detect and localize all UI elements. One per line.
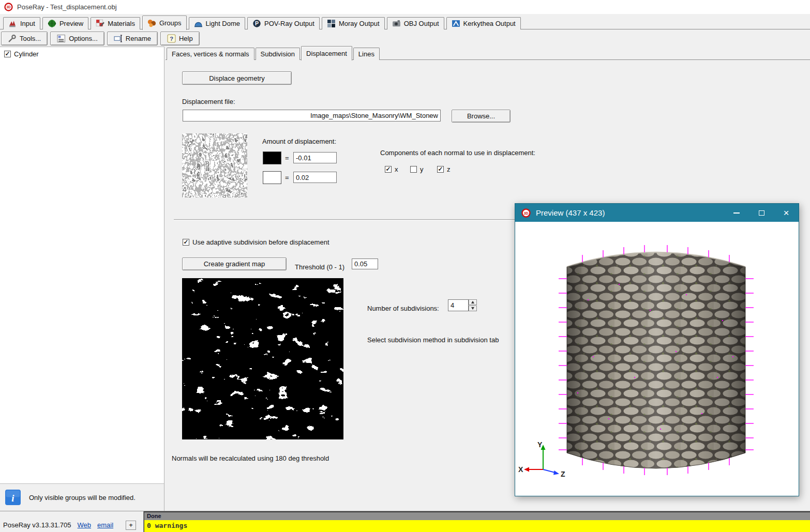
help-button[interactable]: ? Help xyxy=(160,32,200,45)
povray-icon: P xyxy=(252,19,261,28)
svg-text:i: i xyxy=(11,493,14,504)
svg-text:P: P xyxy=(255,20,259,26)
component-x-row: x xyxy=(385,165,398,173)
normals-note: Normals will be recalculated using 180 d… xyxy=(172,454,329,462)
subdivisions-label: Number of subdivisions: xyxy=(367,305,439,312)
groups-list-panel: Cylinder i Only visible groups will be m… xyxy=(0,47,164,511)
component-y-row: y xyxy=(410,165,424,173)
rename-label: Rename xyxy=(126,35,151,42)
equals-sign: = xyxy=(285,154,289,162)
close-icon: × xyxy=(783,208,789,218)
status-done-text: Done xyxy=(147,513,161,519)
obj-icon xyxy=(392,19,401,28)
displacement-file-input[interactable] xyxy=(183,110,441,121)
axis-x-label: X xyxy=(518,465,523,474)
black-level-swatch[interactable] xyxy=(263,151,281,164)
axis-indicator: Y X Z xyxy=(518,440,565,478)
component-z-checkbox[interactable] xyxy=(437,166,444,173)
browse-button[interactable]: Browse... xyxy=(452,110,511,123)
rename-button[interactable]: Rename xyxy=(107,32,158,45)
tab-label: OBJ Output xyxy=(404,20,439,27)
black-displacement-input[interactable] xyxy=(293,152,337,163)
preview-titlebar[interactable]: 3D Preview (437 x 423) × xyxy=(515,204,799,222)
subtab-displacement[interactable]: Displacement xyxy=(301,46,352,60)
svg-text:3D: 3D xyxy=(524,211,529,215)
tab-label: Moray Output xyxy=(339,20,380,27)
group-visibility-checkbox[interactable] xyxy=(4,51,11,57)
close-button[interactable]: × xyxy=(774,204,799,222)
rename-icon xyxy=(114,34,123,43)
minimize-button[interactable] xyxy=(724,204,749,222)
stepper-down-button[interactable] xyxy=(469,306,477,311)
subtab-subdivision[interactable]: Subdivision xyxy=(256,48,301,60)
stepper-up-button[interactable] xyxy=(469,299,477,305)
status-warnings: 0 warnings xyxy=(144,520,810,532)
options-label: Options... xyxy=(69,35,98,42)
svg-text:?: ? xyxy=(170,35,173,41)
group-label: Cylinder xyxy=(14,50,39,58)
axis-y-label: Y xyxy=(537,440,543,449)
tab-groups[interactable]: Groups xyxy=(142,16,187,30)
preview-icon xyxy=(48,19,56,28)
group-row-cylinder[interactable]: Cylinder xyxy=(4,50,39,58)
adaptive-subdivision-label: Use adaptive subdivision before displace… xyxy=(192,238,329,246)
subdivision-hint: Select subdivision method in subdivision… xyxy=(367,336,499,344)
create-gradient-map-button[interactable]: Create gradient map xyxy=(182,257,287,270)
tools-icon xyxy=(8,34,17,43)
tab-obj-output[interactable]: OBJ Output xyxy=(387,17,444,29)
status-bar: PoseRay v3.13.31.705 Web email + Done 0 … xyxy=(0,511,810,532)
email-link[interactable]: email xyxy=(97,521,113,529)
help-icon: ? xyxy=(167,34,176,43)
tab-label: Groups xyxy=(159,19,182,27)
white-level-swatch[interactable] xyxy=(263,171,281,184)
tab-materials[interactable]: Materials xyxy=(91,17,140,29)
tab-kerkythea-output[interactable]: Kerkythea Output xyxy=(446,17,521,29)
displacement-map-thumbnail xyxy=(182,133,247,197)
tools-button[interactable]: Tools... xyxy=(1,32,48,45)
version-box: PoseRay v3.13.31.705 Web email + xyxy=(0,511,144,532)
displace-geometry-button[interactable]: Displace geometry xyxy=(182,71,292,85)
status-warnings-text: 0 warnings xyxy=(147,522,187,529)
toolbar: Tools... Options... Rename ? Help xyxy=(0,31,200,46)
subtab-faces-vertices-normals[interactable]: Faces, vertices & normals xyxy=(167,48,254,60)
tab-label: POV-Ray Output xyxy=(264,20,314,27)
tab-light-dome[interactable]: Light Dome xyxy=(189,17,245,29)
component-y-checkbox[interactable] xyxy=(410,166,417,173)
svg-text:3D: 3D xyxy=(6,5,11,9)
window-title: PoseRay - Test_displacement.obj xyxy=(17,3,117,11)
preview-window: 3D Preview (437 x 423) × xyxy=(515,203,799,496)
window-titlebar[interactable]: 3D PoseRay - Test_displacement.obj xyxy=(0,0,810,14)
adaptive-subdivision-checkbox[interactable] xyxy=(183,239,189,246)
subtab-label: Displacement xyxy=(306,50,347,57)
tab-povray-output[interactable]: P POV-Ray Output xyxy=(247,17,320,29)
axis-z-label: Z xyxy=(561,470,565,478)
white-displacement-input[interactable] xyxy=(293,172,337,183)
threshold-input[interactable] xyxy=(352,259,378,269)
component-z-label: z xyxy=(447,165,451,173)
input-icon xyxy=(8,19,17,28)
subdivisions-input[interactable] xyxy=(448,299,469,311)
kerkythea-icon xyxy=(452,19,460,28)
maximize-button[interactable] xyxy=(749,204,774,222)
help-label: Help xyxy=(179,35,193,42)
tab-input[interactable]: Input xyxy=(3,17,40,29)
preview-viewport[interactable]: Y X Z xyxy=(515,222,799,496)
window-controls: × xyxy=(724,204,799,222)
stone-cylinder-render xyxy=(567,252,745,468)
component-x-checkbox[interactable] xyxy=(385,166,392,173)
tab-moray-output[interactable]: Moray Output xyxy=(322,17,385,29)
component-z-row: z xyxy=(437,165,451,173)
materials-icon xyxy=(96,19,104,28)
web-link[interactable]: Web xyxy=(78,521,92,529)
tab-label: Kerkythea Output xyxy=(463,20,516,27)
tab-label: Materials xyxy=(108,20,135,27)
tab-label: Light Dome xyxy=(206,20,240,27)
expand-log-button[interactable]: + xyxy=(126,521,136,530)
tab-preview[interactable]: Preview xyxy=(42,17,88,29)
poseray-window: 3D PoseRay - Test_displacement.obj Input… xyxy=(0,0,810,532)
options-button[interactable]: Options... xyxy=(50,32,104,45)
subtab-lines[interactable]: Lines xyxy=(353,48,380,60)
info-text: Only visible groups will be modified. xyxy=(29,494,136,501)
light-dome-icon xyxy=(194,19,203,28)
components-label: Components of each normal to use in disp… xyxy=(380,149,535,157)
